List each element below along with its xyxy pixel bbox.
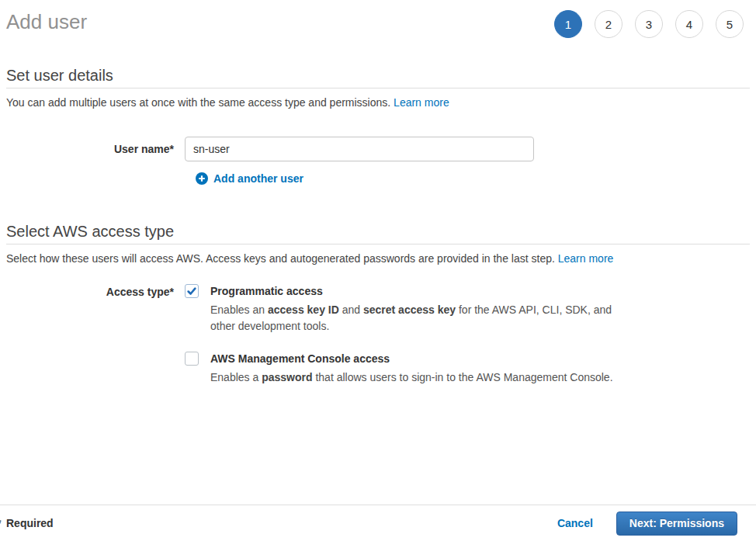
access-type-label: Access type*	[0, 284, 185, 386]
select-access-type-description: Select how these users will access AWS. …	[6, 252, 750, 265]
programmatic-access-title: Programmatic access	[210, 284, 612, 298]
add-icon	[196, 172, 208, 185]
section-divider	[6, 88, 750, 88]
learn-more-link-access-type[interactable]: Learn more	[558, 252, 614, 265]
desc-text: for the AWS API, CLI, SDK, and	[456, 303, 612, 316]
set-user-details-section: Set user details You can add multiple us…	[0, 67, 756, 185]
option-text: Programmatic access Enables an access ke…	[210, 284, 612, 335]
set-user-details-heading: Set user details	[6, 67, 750, 84]
console-access-description: Enables a password that allows users to …	[210, 369, 613, 386]
step-5: 5	[716, 10, 744, 38]
select-access-type-heading: Select AWS access type	[6, 223, 750, 240]
page-title: Add user	[6, 8, 87, 36]
step-1-active: 1	[554, 10, 582, 38]
add-user-page: Add user 1 2 3 4 5 Set user details You …	[0, 0, 756, 541]
step-3: 3	[635, 10, 663, 38]
desc-bold: password	[262, 371, 312, 383]
username-label: User name*	[0, 137, 185, 161]
set-user-details-description: You can add multiple users at once with …	[6, 96, 750, 109]
programmatic-access-description: Enables an access key ID and secret acce…	[210, 302, 612, 335]
username-input[interactable]	[185, 137, 534, 161]
desc-text: Enables an	[210, 303, 268, 316]
console-access-checkbox[interactable]	[185, 352, 199, 366]
page-header: Add user 1 2 3 4 5	[0, 0, 756, 38]
section-divider	[6, 244, 750, 244]
description-text: Select how these users will access AWS. …	[6, 252, 555, 265]
option-text: AWS Management Console access Enables a …	[210, 352, 613, 386]
step-2: 2	[595, 10, 622, 38]
add-another-user-button[interactable]: Add another user	[196, 172, 303, 185]
next-permissions-button[interactable]: Next: Permissions	[616, 512, 737, 536]
desc-text: other development tools.	[210, 320, 329, 332]
required-note: * Required	[6, 517, 54, 529]
add-another-user-label: Add another user	[213, 172, 303, 185]
wizard-step-indicator: 1 2 3 4 5	[554, 10, 744, 38]
footer-actions: Cancel Next: Permissions	[557, 512, 737, 536]
wizard-footer: * Required Cancel Next: Permissions	[0, 505, 756, 541]
learn-more-link-user-details[interactable]: Learn more	[394, 96, 449, 109]
programmatic-access-option: Programmatic access Enables an access ke…	[185, 284, 613, 335]
console-access-option: AWS Management Console access Enables a …	[185, 352, 613, 386]
username-row: User name*	[0, 137, 756, 161]
description-text: You can add multiple users at once with …	[6, 96, 390, 109]
checkmark-icon	[186, 286, 197, 297]
required-label: Required	[6, 517, 54, 529]
desc-text: Enables a	[210, 371, 262, 383]
cancel-button[interactable]: Cancel	[557, 517, 593, 529]
required-asterisk: *	[0, 517, 1, 529]
programmatic-access-checkbox[interactable]	[185, 284, 199, 298]
desc-text: and	[339, 303, 363, 316]
desc-bold: secret access key	[363, 303, 456, 316]
access-type-row: Access type* Programmatic access	[0, 284, 756, 386]
console-access-title: AWS Management Console access	[210, 352, 613, 366]
desc-text: that allows users to sign-in to the AWS …	[313, 371, 613, 383]
step-4: 4	[675, 10, 703, 38]
access-type-options: Programmatic access Enables an access ke…	[185, 284, 613, 386]
desc-bold: access key ID	[268, 303, 339, 316]
select-access-type-section: Select AWS access type Select how these …	[0, 223, 756, 386]
